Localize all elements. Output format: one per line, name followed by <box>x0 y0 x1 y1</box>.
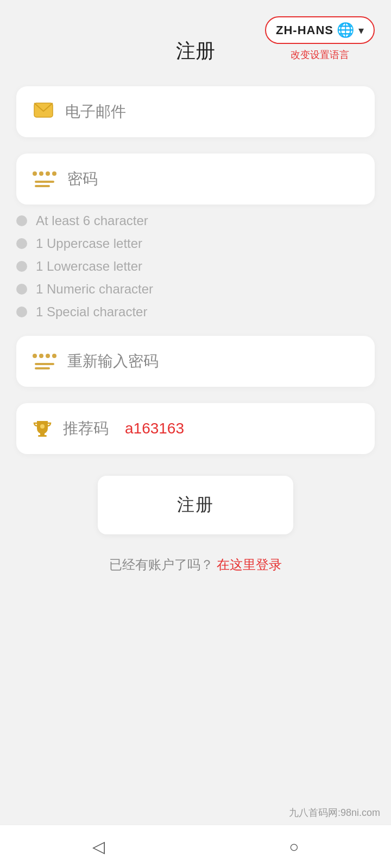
lang-pill[interactable]: ZH-HANS 🌐 ▾ <box>265 16 375 44</box>
svg-rect-1 <box>40 433 45 435</box>
req-item-5: 1 Special character <box>16 304 375 320</box>
req-text-1: At least 6 character <box>36 213 148 228</box>
req-text-3: 1 Lowercase letter <box>36 259 142 274</box>
req-text-5: 1 Special character <box>36 304 147 320</box>
req-item-3: 1 Lowercase letter <box>16 259 375 274</box>
login-link[interactable]: 在这里登录 <box>217 557 282 572</box>
globe-icon: 🌐 <box>337 22 354 39</box>
login-hint: 已经有账户了吗？ 在这里登录 <box>0 556 391 573</box>
password-requirements: At least 6 character 1 Uppercase letter … <box>16 213 375 320</box>
req-dot-1 <box>16 215 27 226</box>
password-field[interactable]: 密码 <box>16 154 375 205</box>
lang-label: ZH-HANS <box>276 23 333 37</box>
email-label: 电子邮件 <box>65 101 126 122</box>
req-item-1: At least 6 character <box>16 213 375 228</box>
email-icon <box>33 102 54 122</box>
req-dot-4 <box>16 284 27 295</box>
req-item-2: 1 Uppercase letter <box>16 236 375 251</box>
req-text-2: 1 Uppercase letter <box>36 236 142 251</box>
language-selector[interactable]: ZH-HANS 🌐 ▾ 改变设置语言 <box>265 16 375 61</box>
lang-hint: 改变设置语言 <box>291 48 349 61</box>
home-icon[interactable]: ○ <box>289 838 299 856</box>
confirm-password-icon <box>33 354 56 369</box>
page-title: 注册 <box>176 38 215 65</box>
password-label: 密码 <box>67 169 98 189</box>
svg-point-3 <box>40 424 45 429</box>
login-hint-text: 已经有账户了吗？ <box>109 557 213 572</box>
password-icon <box>33 171 56 187</box>
req-dot-5 <box>16 307 27 317</box>
referral-field[interactable]: 推荐码 a163163 <box>16 403 375 454</box>
req-item-4: 1 Numeric character <box>16 282 375 297</box>
referral-value: a163163 <box>125 420 184 437</box>
referral-label: 推荐码 <box>63 418 109 439</box>
req-dot-2 <box>16 238 27 249</box>
trophy-icon <box>33 419 52 438</box>
watermark: 九八首码网:98ni.com <box>289 806 380 819</box>
back-icon[interactable]: ◁ <box>92 837 105 856</box>
svg-rect-2 <box>38 435 47 437</box>
email-field[interactable]: 电子邮件 <box>16 86 375 137</box>
req-dot-3 <box>16 261 27 272</box>
chevron-down-icon: ▾ <box>358 24 364 37</box>
register-button[interactable]: 注册 <box>98 476 293 534</box>
req-text-4: 1 Numeric character <box>36 282 153 297</box>
bottom-nav: ◁ ○ 九八首码网:98ni.com <box>0 825 391 868</box>
confirm-password-field[interactable]: 重新输入密码 <box>16 336 375 387</box>
confirm-password-label: 重新输入密码 <box>67 351 159 372</box>
